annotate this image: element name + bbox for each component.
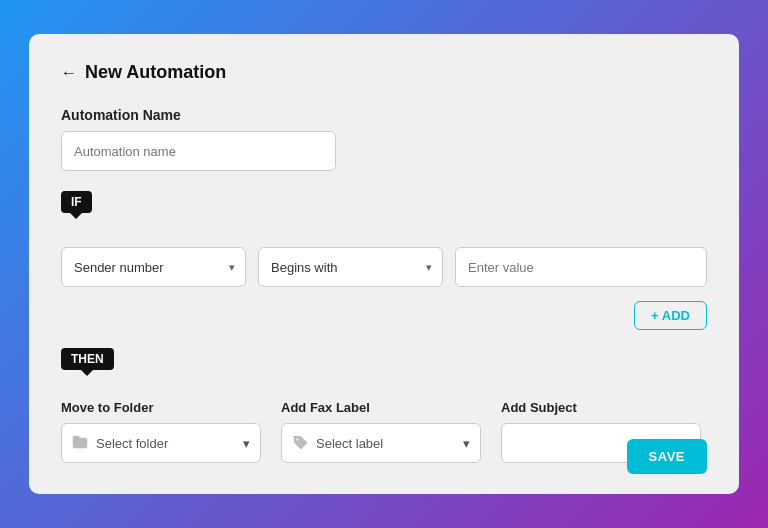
select-label-dropdown[interactable]: Select label ▾ (281, 423, 481, 463)
sender-chevron-icon: ▾ (229, 261, 235, 274)
page-title: New Automation (85, 62, 226, 83)
then-section: THEN (61, 348, 707, 384)
save-button[interactable]: SAVE (627, 439, 707, 474)
move-to-folder-label: Move to Folder (61, 400, 261, 415)
content-area: ← New Automation Automation Name IF Send… (29, 34, 739, 494)
condition-chevron-icon: ▾ (426, 261, 432, 274)
back-arrow-icon: ← (61, 64, 77, 82)
if-row: Sender number ▾ Begins with ▾ (61, 247, 707, 287)
save-row: SAVE (627, 439, 707, 474)
then-columns: Move to Folder Select folder ▾ Add Fax L… (61, 400, 707, 463)
add-subject-label: Add Subject (501, 400, 701, 415)
sender-number-dropdown[interactable]: Sender number ▾ (61, 247, 246, 287)
condition-label: Begins with (271, 260, 337, 275)
if-badge: IF (61, 191, 92, 213)
add-fax-label-col: Add Fax Label Select label ▾ (281, 400, 481, 463)
select-label-text: Select label (316, 436, 463, 451)
move-to-folder-col: Move to Folder Select folder ▾ (61, 400, 261, 463)
folder-chevron-icon: ▾ (243, 436, 250, 451)
sender-number-label: Sender number (74, 260, 164, 275)
back-nav[interactable]: ← New Automation (61, 62, 707, 83)
label-chevron-icon: ▾ (463, 436, 470, 451)
select-folder-dropdown[interactable]: Select folder ▾ (61, 423, 261, 463)
value-input[interactable] (455, 247, 707, 287)
add-fax-label-label: Add Fax Label (281, 400, 481, 415)
automation-name-label: Automation Name (61, 107, 707, 123)
add-button[interactable]: + ADD (634, 301, 707, 330)
add-btn-row: + ADD (61, 301, 707, 330)
select-folder-text: Select folder (96, 436, 243, 451)
main-window: ← New Automation Automation Name IF Send… (29, 34, 739, 494)
tag-icon (292, 435, 308, 452)
condition-dropdown[interactable]: Begins with ▾ (258, 247, 443, 287)
folder-icon (72, 435, 88, 452)
then-badge: THEN (61, 348, 114, 370)
automation-name-input[interactable] (61, 131, 336, 171)
